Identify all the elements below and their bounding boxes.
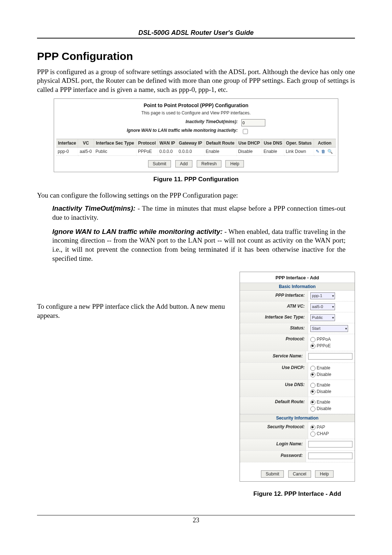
table-row: ppp-0 aal5-0 Public PPPoE 0.0.0.0 0.0.0.… [56,147,336,155]
cell-sectype: Public [94,147,136,155]
sel-status[interactable]: Start [310,325,348,332]
refresh-button[interactable]: Refresh [197,160,221,167]
sel-ppp-if[interactable]: ppp-1 [310,292,335,299]
radio-chap[interactable] [310,432,315,437]
k-ppp-if: PPP Interface: [240,291,308,301]
section-security: Security Information [240,414,355,422]
add-cancel-button[interactable]: Cancel [288,470,311,478]
cell-wanip: 0.0.0.0 [158,147,177,155]
fig11-caption: Figure 11. PPP Configuration [37,176,355,183]
th-dns: Use DNS [262,139,284,147]
k-service: Service Name: [240,351,306,362]
radio-pap[interactable] [310,425,315,430]
k-usedhcp: Use DHCP: [240,363,308,380]
cell-dhcp: Disable [236,147,262,155]
radio-dns-en[interactable] [310,383,315,388]
delete-icon[interactable]: 🗑 [321,149,326,154]
lbl-dns-dis: Disable [317,389,331,394]
cell-defroute: Enable [204,147,236,155]
cell-operstatus[interactable]: Link Down [284,147,314,155]
section-basic: Basic Information [240,283,355,291]
lbl-pppoa: PPPoA [317,337,331,342]
k-usedns: Use DNS: [240,380,308,397]
k-login: Login Name: [240,439,306,450]
ignore-label: Ignore WAN to LAN traffic while monitori… [93,128,238,135]
submit-button[interactable]: Submit [148,160,171,167]
fig11-subtitle: This page is used to Configure and View … [56,110,336,116]
cell-action[interactable]: ✎ 🗑 🔍 [314,147,335,155]
k-status: Status: [240,323,308,334]
sel-atmvc[interactable]: aal5-0 [310,303,335,310]
fig-ppp-config: Point to Point Protocol (PPP) Configurat… [54,98,338,172]
lbl-dr-en: Enable [317,400,330,405]
cell-interface: ppp-0 [56,147,78,155]
item-inactivity: Inactivity TimeOut(mins): - The time in … [52,204,346,222]
k-password: Password: [240,451,306,462]
lbl-dns-en: Enable [317,382,330,388]
input-password[interactable] [308,453,352,459]
ignore-checkbox[interactable] [243,129,248,134]
ppp-table: Interface VC Interface Sec Type Protocol… [56,139,336,156]
th-action: Action [314,139,335,147]
config-lead: You can configure the following settings… [37,191,355,200]
th-interface: Interface [56,139,78,147]
section-title: PPP Configuration [37,50,355,62]
radio-pppoe[interactable] [310,344,315,349]
item1-lead: Inactivity TimeOut(mins): [52,204,135,212]
item-ignore: Ignore WAN to LAN traffic while monitori… [52,227,346,263]
k-secproto: Security Protocol: [240,422,308,439]
k-sectype: Interface Sec Type: [240,312,308,323]
lbl-dhcp-dis: Disable [317,372,331,377]
lbl-dr-dis: Disable [317,406,331,411]
th-oper: Oper. Status [284,139,314,147]
th-sectype: Interface Sec Type [94,139,136,147]
th-defroute: Default Route [204,139,236,147]
item2-lead: Ignore WAN to LAN traffic while monitori… [52,228,222,235]
page-footer: 23 [37,515,355,524]
radio-dr-en[interactable] [310,400,315,405]
fig-ppp-add: PPP Interface - Add Basic Information PP… [240,272,355,482]
radio-dhcp-en[interactable] [310,366,315,371]
cell-gwip: 0.0.0.0 [177,147,204,155]
k-defroute: Default Route: [240,397,308,414]
cell-vc: aal5-0 [78,147,94,155]
add-button[interactable]: Add [175,160,192,167]
radio-dns-dis[interactable] [310,389,315,394]
fig11-title: Point to Point Protocol (PPP) Configurat… [56,102,336,108]
inactivity-label: Inactivity TimeOut(mins): [93,119,238,126]
th-protocol: Protocol [136,139,158,147]
running-head: DSL-500G ADSL Router User's Guide [37,29,355,39]
add-submit-button[interactable]: Submit [261,470,284,478]
cell-protocol: PPPoE [136,147,158,155]
radio-pppoa[interactable] [310,337,315,342]
intro-paragraph: PPP is configured as a group of software… [37,68,355,94]
add-help-button[interactable]: Help [315,470,334,478]
th-gwip: Gateway IP [177,139,204,147]
lbl-pap: PAP [317,425,325,430]
input-service[interactable] [308,353,352,360]
radio-dhcp-dis[interactable] [310,372,315,377]
cell-dns: Enable [262,147,284,155]
input-login[interactable] [308,441,352,447]
radio-dr-dis[interactable] [310,406,315,412]
view-icon[interactable]: 🔍 [327,149,333,154]
fig12-caption: Figure 12. PPP Interface - Add [240,490,355,498]
lbl-pppoe: PPPoE [317,343,331,348]
edit-icon[interactable]: ✎ [316,149,319,154]
sel-sectype[interactable]: Public [310,314,335,321]
k-atmvc: ATM VC: [240,301,308,312]
lbl-dhcp-en: Enable [317,365,330,370]
k-protocol: Protocol: [240,334,308,351]
page-number: 23 [193,516,199,524]
add-intro: To configure a new PPP interface click t… [37,302,232,320]
lbl-chap: CHAP [317,431,329,436]
inactivity-input[interactable] [241,119,265,126]
th-dhcp: Use DHCP [236,139,262,147]
help-button[interactable]: Help [225,160,244,167]
th-wanip: WAN IP [158,139,177,147]
th-vc: VC [78,139,94,147]
fig12-title: PPP Interface - Add [240,272,355,283]
